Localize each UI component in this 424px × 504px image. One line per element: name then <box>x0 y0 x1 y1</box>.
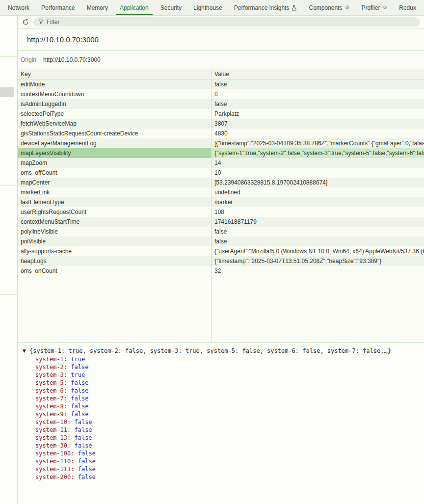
row-key[interactable]: mapCenter <box>18 178 211 187</box>
tab-performance[interactable]: Performance <box>39 0 77 15</box>
row-key[interactable]: poiVisible <box>18 237 211 246</box>
row-key[interactable]: userRightsRequestCount <box>18 207 211 217</box>
tab-memory[interactable]: Memory <box>85 0 110 15</box>
json-entry[interactable]: system-200: false <box>35 473 424 481</box>
row-value[interactable]: {"timestamp":"2025-03-07T13:51:05.208Z",… <box>211 256 424 266</box>
row-value[interactable]: 108 <box>211 207 424 217</box>
row-key[interactable]: heapLogs <box>18 256 211 266</box>
json-entry[interactable]: system-2: false <box>35 363 424 371</box>
row-key[interactable]: fetchWebServiceMap <box>18 119 211 129</box>
row-key[interactable]: isAdminLoggedIn <box>18 99 211 109</box>
sidebar-selected-item[interactable] <box>0 87 14 97</box>
row-value[interactable]: undefined <box>211 187 424 197</box>
row-key[interactable]: oms_offCount <box>18 168 211 178</box>
table-row[interactable]: oms_offCount10 <box>18 168 424 178</box>
tab-network[interactable]: Network <box>6 0 31 15</box>
tab-redux[interactable]: Redux <box>397 0 418 15</box>
json-entry[interactable]: system-10: false <box>35 418 424 426</box>
tab-application[interactable]: Application <box>118 0 151 15</box>
row-value[interactable]: false <box>211 237 424 246</box>
row-value[interactable]: false <box>211 99 424 109</box>
row-value[interactable]: 14 <box>211 158 424 168</box>
row-key[interactable]: contextMenuCountdown <box>18 89 211 99</box>
filter-input[interactable] <box>47 19 415 26</box>
json-entry[interactable]: system-7: false <box>35 395 424 402</box>
row-value[interactable]: 10 <box>211 168 424 178</box>
table-row[interactable]: isAdminLoggedInfalse <box>18 99 424 109</box>
sidebar-separator <box>0 186 17 186</box>
row-value[interactable]: [53.23940863328815,8.197002410888674] <box>211 178 424 187</box>
filter-field[interactable] <box>33 17 420 27</box>
row-key[interactable]: markerLink <box>18 187 211 197</box>
row-value[interactable]: [{"timestamp":"2025-03-04T09:35:38.786Z"… <box>211 138 424 148</box>
json-entry[interactable]: system-9: false <box>35 410 424 418</box>
tab-components[interactable]: Components⚙ <box>307 0 351 15</box>
tab-security[interactable]: Security <box>159 0 184 15</box>
row-key[interactable]: selectedPoiType <box>18 109 211 119</box>
column-header-key[interactable]: Key <box>18 69 211 79</box>
json-entry[interactable]: system-110: false <box>35 457 424 465</box>
column-header-value[interactable]: Value <box>211 69 424 79</box>
table-row[interactable]: userRightsRequestCount108 <box>18 207 424 217</box>
row-key[interactable]: mapLayersVisibility <box>18 148 211 158</box>
json-entry[interactable]: system-1: true <box>35 355 424 363</box>
table-row[interactable]: oms_onCount32 <box>18 266 424 276</box>
row-key[interactable]: deviceLayerManagementLog <box>18 138 211 148</box>
json-entry[interactable]: system-11: false <box>35 426 424 434</box>
tab-lighthouse[interactable]: Lighthouse <box>191 0 224 15</box>
row-value[interactable]: 0 <box>211 89 424 99</box>
tab-performance-insights[interactable]: Performance insights <box>232 0 299 15</box>
chevron-expanded-icon[interactable]: ▼ <box>23 347 29 355</box>
table-row[interactable]: markerLinkundefined <box>18 187 424 197</box>
table-row[interactable]: contextMenuCountdown0 <box>18 89 424 99</box>
json-summary-row[interactable]: ▼ {system-1: true, system-2: false, syst… <box>18 347 424 355</box>
row-value[interactable]: false <box>211 80 424 89</box>
row-value[interactable]: Parkplatz <box>211 109 424 119</box>
table-row[interactable]: polylineVisiblefalse <box>18 227 424 237</box>
table-row[interactable]: gisStationsStaticRequestCount-createDevi… <box>18 129 424 138</box>
json-entry[interactable]: system-100: false <box>35 450 424 457</box>
row-key[interactable]: oms_onCount <box>18 266 211 276</box>
row-value[interactable]: false <box>211 227 424 237</box>
json-entry[interactable]: system-13: false <box>35 434 424 442</box>
table-row[interactable]: ally-supports-cache{"userAgent":"Mozilla… <box>18 246 424 256</box>
filter-icon <box>38 19 44 25</box>
json-entry[interactable]: system-3: true <box>35 371 424 379</box>
table-row[interactable]: poiVisiblefalse <box>18 237 424 246</box>
json-entry[interactable]: system-6: false <box>35 387 424 395</box>
table-row[interactable]: mapCenter[53.23940863328815,8.1970024108… <box>18 178 424 187</box>
json-entry[interactable]: system-30: false <box>35 442 424 450</box>
table-row[interactable]: lastElementTypemarker <box>18 197 424 207</box>
row-value[interactable]: {"system-1":true,"system-2":false,"syste… <box>211 148 424 158</box>
tab-profiler[interactable]: Profiler⚙ <box>359 0 389 15</box>
row-value[interactable]: 1741618871179 <box>211 217 424 227</box>
table-row[interactable]: editModefalse <box>18 80 424 89</box>
row-key[interactable]: polylineVisible <box>18 227 211 237</box>
row-value[interactable]: {"userAgent":"Mozilla/5.0 (Windows NT 10… <box>211 246 424 256</box>
json-entry[interactable]: system-8: false <box>35 402 424 410</box>
tab-label: Components <box>309 4 342 11</box>
row-key[interactable]: lastElementType <box>18 197 211 207</box>
column-divider[interactable] <box>211 69 212 342</box>
table-row[interactable]: mapLayersVisibility{"system-1":true,"sys… <box>18 148 424 158</box>
row-value[interactable]: marker <box>211 197 424 207</box>
row-value[interactable]: 32 <box>211 266 424 276</box>
table-row[interactable]: fetchWebServiceMap3807 <box>18 119 424 129</box>
table-row[interactable]: selectedPoiTypeParkplatz <box>18 109 424 119</box>
row-value[interactable]: 3807 <box>211 119 424 129</box>
tab-label: Profiler <box>361 4 380 11</box>
row-key[interactable]: gisStationsStaticRequestCount-createDevi… <box>18 129 211 138</box>
refresh-button[interactable] <box>21 17 30 27</box>
row-key[interactable]: ally-supports-cache <box>18 246 211 256</box>
json-entry[interactable]: system-5: false <box>35 379 424 387</box>
json-entry[interactable]: system-111: false <box>35 465 424 473</box>
row-key[interactable]: contextMenuStartTime <box>18 217 211 227</box>
table-row[interactable]: mapZoom14 <box>18 158 424 168</box>
table-row[interactable]: contextMenuStartTime1741618871179 <box>18 217 424 227</box>
row-key[interactable]: mapZoom <box>18 158 211 168</box>
json-value: false <box>67 411 88 418</box>
row-value[interactable]: 4830 <box>211 129 424 138</box>
row-key[interactable]: editMode <box>18 80 211 89</box>
table-row[interactable]: deviceLayerManagementLog[{"timestamp":"2… <box>18 138 424 148</box>
table-row[interactable]: heapLogs{"timestamp":"2025-03-07T13:51:0… <box>18 256 424 266</box>
